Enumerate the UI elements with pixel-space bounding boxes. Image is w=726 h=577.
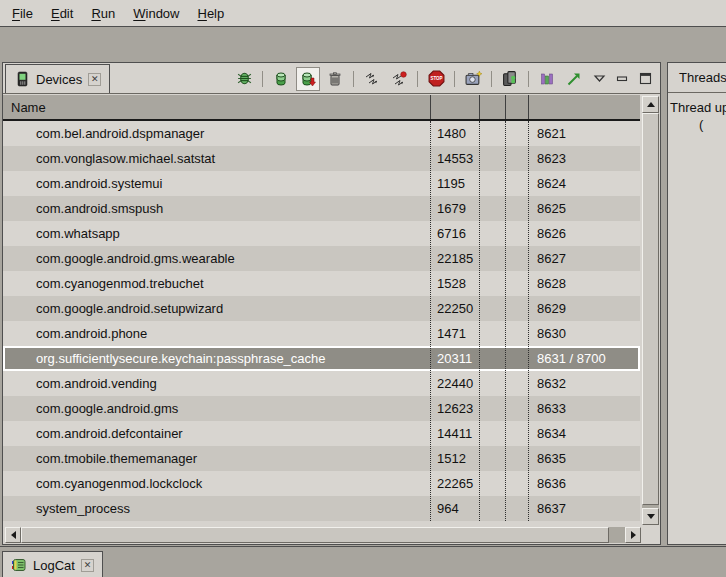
table-row[interactable]: com.tmobile.thememanager 1512 8635 (3, 446, 640, 471)
process-name-cell: com.google.android.gms (3, 401, 430, 416)
start-method-profiling-button[interactable] (388, 68, 410, 90)
column-divider[interactable] (505, 95, 506, 119)
toolbar-separator (454, 71, 455, 87)
vertical-scrollbar[interactable] (642, 96, 659, 525)
toolbar-separator (262, 71, 263, 87)
table-row[interactable]: com.cyanogenmod.lockclock 22265 8636 (3, 471, 640, 496)
main-area: Devices ✕ (0, 62, 726, 546)
table-row[interactable]: org.sufficientlysecure.keychain:passphra… (3, 346, 640, 371)
table-row[interactable]: com.android.smspush 1679 8625 (3, 196, 640, 221)
process-pid-cell: 14411 (430, 426, 479, 441)
tab-devices[interactable]: Devices ✕ (5, 64, 110, 93)
sysinfo-button[interactable] (563, 68, 585, 90)
column-divider[interactable] (528, 95, 529, 119)
table-row[interactable]: com.android.defcontainer 14411 8634 (3, 421, 640, 446)
process-port-cell: 8635 (528, 451, 640, 466)
trash-icon (327, 71, 343, 87)
ui-automator-dump-button[interactable] (536, 68, 558, 90)
view-menu-button[interactable] (590, 68, 608, 90)
horizontal-scrollbar-thumb[interactable] (21, 527, 609, 543)
logcat-icon (11, 557, 27, 573)
column-divider[interactable] (430, 95, 431, 119)
table-row[interactable]: com.cyanogenmod.trebuchet 1528 8628 (3, 271, 640, 296)
heap-dump-icon (300, 71, 316, 87)
table-row[interactable]: com.android.vending 22440 8632 (3, 371, 640, 396)
table-header[interactable]: Name (3, 95, 640, 121)
process-name-cell: com.android.smspush (3, 201, 430, 216)
process-name-cell: com.bel.android.dspmanager (3, 126, 430, 141)
table-row[interactable]: com.android.systemui 1195 8624 (3, 171, 640, 196)
tab-threads[interactable]: Threads (668, 63, 726, 93)
tab-logcat-label: LogCat (33, 558, 75, 573)
table-row[interactable]: com.whatsapp 6716 8626 (3, 221, 640, 246)
table-row[interactable]: com.vonglasow.michael.satstat 14553 8623 (3, 146, 640, 171)
bottom-tab-bar: LogCat ✕ (0, 546, 726, 577)
process-name-cell: com.android.vending (3, 376, 430, 391)
process-name-cell: system_process (3, 501, 430, 516)
multi-device-capture-button[interactable] (499, 68, 521, 90)
arrow-up-icon (647, 102, 655, 107)
scroll-up-button[interactable] (642, 96, 659, 113)
close-icon[interactable]: ✕ (81, 559, 94, 572)
toolbar-separator (417, 71, 418, 87)
stop-process-button[interactable]: STOP (425, 68, 447, 90)
table-row[interactable]: com.google.android.gms 12623 8633 (3, 396, 640, 421)
tab-devices-label: Devices (36, 72, 82, 87)
process-pid-cell: 22185 (430, 251, 479, 266)
menu-file[interactable]: File (3, 0, 42, 26)
vertical-scrollbar-thumb[interactable] (642, 113, 659, 505)
process-name-cell: com.vonglasow.michael.satstat (3, 151, 430, 166)
phone-icon (14, 71, 30, 87)
camera-icon (465, 70, 482, 87)
process-pid-cell: 1528 (430, 276, 479, 291)
arrow-down-icon (647, 514, 655, 519)
process-pid-cell: 1471 (430, 326, 479, 341)
menu-bar: File Edit Run Window Help (0, 0, 726, 27)
process-pid-cell: 1195 (430, 176, 479, 191)
process-pid-cell: 14553 (430, 151, 479, 166)
process-port-cell: 8636 (528, 476, 640, 491)
process-name-cell: com.android.systemui (3, 176, 430, 191)
scroll-down-button[interactable] (642, 508, 659, 525)
process-pid-cell: 6716 (430, 226, 479, 241)
scroll-right-button[interactable] (625, 527, 641, 543)
table-row[interactable]: system_process 964 8637 (3, 496, 640, 521)
process-name-cell: com.cyanogenmod.lockclock (3, 476, 430, 491)
process-port-cell: 8633 (528, 401, 640, 416)
threads-panel: Threads Thread up ( (667, 62, 726, 545)
menu-help[interactable]: Help (188, 0, 233, 26)
chevron-down-icon (593, 72, 606, 85)
update-threads-button[interactable] (361, 68, 383, 90)
column-header-name[interactable]: Name (3, 100, 46, 115)
menu-run[interactable]: Run (82, 0, 124, 26)
column-divider[interactable] (479, 95, 480, 119)
method-profiling-icon (391, 71, 407, 87)
table-row[interactable]: com.bel.android.dspmanager 1480 8621 (3, 121, 640, 146)
horizontal-scrollbar[interactable] (5, 527, 641, 543)
process-pid-cell: 1679 (430, 201, 479, 216)
minimize-icon (616, 72, 629, 85)
update-heap-button[interactable] (270, 68, 292, 90)
toolbar-separator (491, 71, 492, 87)
process-pid-cell: 964 (430, 501, 479, 516)
screen-capture-button[interactable] (462, 68, 484, 90)
menu-window[interactable]: Window (124, 0, 188, 26)
close-icon[interactable]: ✕ (88, 73, 101, 86)
dump-hprof-button[interactable] (297, 68, 319, 90)
table-row[interactable]: com.google.android.setupwizard 22250 862… (3, 296, 640, 321)
process-port-cell: 8628 (528, 276, 640, 291)
stop-icon: STOP (428, 70, 445, 87)
scroll-left-button[interactable] (5, 527, 21, 543)
minimize-button[interactable] (613, 68, 631, 90)
table-row[interactable]: com.android.phone 1471 8630 (3, 321, 640, 346)
menu-edit[interactable]: Edit (42, 0, 82, 26)
tab-threads-label: Threads (679, 70, 726, 85)
tab-logcat[interactable]: LogCat ✕ (2, 551, 103, 577)
cause-gc-button[interactable] (324, 68, 346, 90)
table-row[interactable]: com.google.android.gms.wearable 22185 86… (3, 246, 640, 271)
process-pid-cell: 1512 (430, 451, 479, 466)
tabbar-underline (3, 93, 660, 94)
perspective-toolbar-band (0, 27, 726, 62)
debug-process-button[interactable] (233, 68, 255, 90)
maximize-button[interactable] (636, 68, 654, 90)
